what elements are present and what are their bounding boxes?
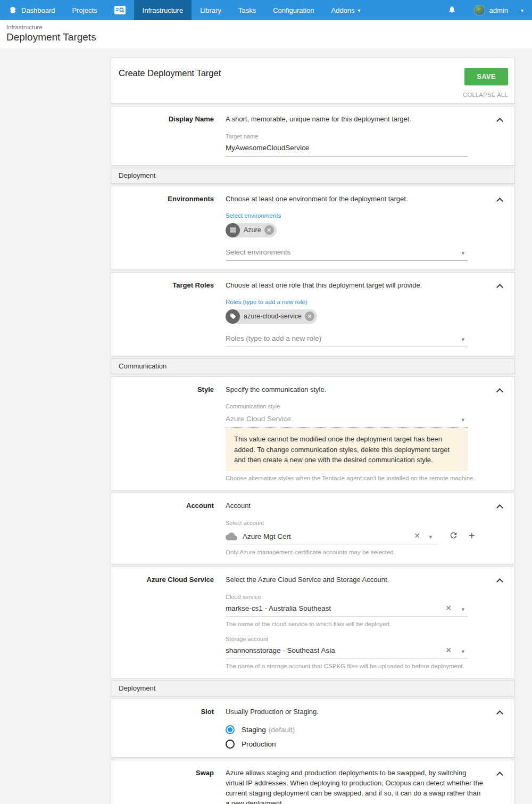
nav-configuration-label: Configuration xyxy=(273,6,314,14)
radio-unselected-icon[interactable] xyxy=(226,740,235,749)
storage-account-label: Storage account xyxy=(226,636,485,642)
environment-chip[interactable]: Azure ✕ xyxy=(226,223,277,237)
refresh-button[interactable] xyxy=(449,531,458,540)
roles-select-placeholder: Roles (type to add a new role) xyxy=(226,334,321,342)
nav-infrastructure[interactable]: Infrastructure xyxy=(134,0,192,20)
remove-chip-icon[interactable]: ✕ xyxy=(264,225,274,235)
section-target-roles: Target Roles Choose at least one role th… xyxy=(111,272,515,356)
role-tag-icon xyxy=(226,309,240,324)
account-helper-text: Only Azure management-certificate accoun… xyxy=(226,549,485,555)
section-description: Choose at least one role that this deplo… xyxy=(226,281,485,291)
cloud-service-label: Cloud service xyxy=(226,594,485,600)
save-button[interactable]: SAVE xyxy=(464,68,508,85)
nav-addons[interactable]: Addons ▾ xyxy=(322,0,369,20)
collapse-section-button[interactable] xyxy=(497,196,505,202)
page-header: Infrastructure Deployment Targets xyxy=(0,20,532,48)
section-style: Style Specify the communication style. C… xyxy=(111,376,515,490)
roles-select[interactable]: Roles (type to add a new role) ▾ xyxy=(226,331,468,347)
account-select[interactable]: Azure Mgt Cert ✕ ▾ xyxy=(226,529,438,545)
section-label: Style xyxy=(111,384,226,481)
collapse-section-button[interactable] xyxy=(497,709,505,715)
section-description: Specify the communication style. xyxy=(226,385,485,395)
nav-search-button[interactable] xyxy=(106,0,134,20)
section-account: Account Account Select account Azure Mgt… xyxy=(111,493,515,564)
communication-style-label: Communication style xyxy=(226,403,485,409)
radio-label: Staging xyxy=(242,726,266,734)
section-description: A short, memorable, unique name for this… xyxy=(226,114,485,125)
radio-option-production[interactable]: Production xyxy=(226,740,485,749)
group-header-communication: Communication xyxy=(111,358,515,374)
warning-callout: This value cannot be modified once the d… xyxy=(226,428,468,471)
caret-down-icon: ▾ xyxy=(358,7,361,13)
roles-link[interactable]: Roles (type to add a new role) xyxy=(226,299,485,305)
storage-account-helper-text: The name of a storage account that CSPKG… xyxy=(226,663,485,669)
role-chip-label: azure-cloud-service xyxy=(244,313,302,320)
notifications-button[interactable] xyxy=(438,5,466,16)
nav-library[interactable]: Library xyxy=(192,0,230,20)
collapse-section-button[interactable] xyxy=(497,770,505,776)
select-environments-link[interactable]: Select environments xyxy=(226,212,485,219)
section-label: Swap xyxy=(111,767,226,804)
communication-style-select: Azure Cloud Service ▾ xyxy=(226,412,468,428)
section-label: Azure Cloud Service xyxy=(111,574,226,669)
cloud-service-value: markse-cs1 - Australia Southeast xyxy=(226,604,331,612)
collapse-section-button[interactable] xyxy=(497,116,505,122)
cloud-icon xyxy=(226,532,237,540)
nav-projects[interactable]: Projects xyxy=(64,0,106,20)
nav-right-group: admin ▾ xyxy=(438,0,532,20)
communication-style-value: Azure Cloud Service xyxy=(226,415,291,423)
collapse-section-button[interactable] xyxy=(497,282,505,289)
remove-chip-icon[interactable]: ✕ xyxy=(305,311,314,321)
nav-configuration[interactable]: Configuration xyxy=(264,0,322,20)
section-display-name: Display Name A short, memorable, unique … xyxy=(111,106,515,166)
dropdown-caret-icon: ▾ xyxy=(461,606,464,613)
select-account-label: Select account xyxy=(226,520,485,526)
bell-icon xyxy=(448,5,456,16)
clear-icon[interactable]: ✕ xyxy=(414,531,420,540)
avatar xyxy=(474,5,485,16)
clear-icon[interactable]: ✕ xyxy=(445,604,452,612)
card-header: Create Deployment Target SAVE COLLAPSE A… xyxy=(111,57,515,104)
section-description: Usually Production or Staging. xyxy=(226,707,485,717)
section-label: Environments xyxy=(111,193,226,261)
storage-account-value: shannonsstorage - Southeast Asia xyxy=(226,646,335,654)
account-value: Azure Mgt Cert xyxy=(243,532,291,540)
storage-account-select[interactable]: shannonsstorage - Southeast Asia ✕ ▾ xyxy=(226,643,468,659)
radio-label: Production xyxy=(242,740,276,748)
target-name-input[interactable] xyxy=(226,141,468,157)
nav-dashboard[interactable]: Dashboard xyxy=(0,0,64,20)
target-name-label: Target name xyxy=(226,133,485,140)
section-description: Account xyxy=(226,501,485,511)
group-header-deployment: Deployment xyxy=(111,168,515,184)
collapse-section-button[interactable] xyxy=(497,503,505,509)
section-label: Target Roles xyxy=(111,280,226,347)
cloud-service-select[interactable]: markse-cs1 - Australia Southeast ✕ ▾ xyxy=(226,601,468,617)
environments-select[interactable]: Select environments ▾ xyxy=(226,245,468,261)
clear-icon[interactable]: ✕ xyxy=(445,646,452,654)
radio-selected-icon[interactable] xyxy=(226,725,235,734)
breadcrumb[interactable]: Infrastructure xyxy=(6,24,532,30)
role-chip[interactable]: azure-cloud-service ✕ xyxy=(226,309,317,324)
style-helper-text: Choose alternative styles when the Tenta… xyxy=(226,475,485,481)
user-menu[interactable]: admin ▾ xyxy=(466,5,532,16)
nav-library-label: Library xyxy=(200,6,221,14)
radio-suffix: (default) xyxy=(269,726,295,734)
radio-option-staging[interactable]: Staging (default) xyxy=(226,725,485,734)
collapse-section-button[interactable] xyxy=(497,387,505,393)
collapse-all-button[interactable]: COLLAPSE ALL xyxy=(119,92,508,98)
section-description: Azure allows staging and production depl… xyxy=(226,768,485,804)
section-slot: Slot Usually Production or Staging. Stag… xyxy=(111,699,515,758)
nav-dashboard-label: Dashboard xyxy=(21,6,55,14)
dropdown-caret-icon: ▾ xyxy=(461,648,464,655)
username-label: admin xyxy=(489,6,508,14)
nav-tasks-label: Tasks xyxy=(238,6,256,14)
collapse-section-button[interactable] xyxy=(497,577,505,583)
form-card: Create Deployment Target SAVE COLLAPSE A… xyxy=(111,57,515,804)
cloud-service-helper-text: The name of the cloud service to which f… xyxy=(226,621,485,627)
environment-icon xyxy=(226,223,240,237)
dropdown-caret-icon: ▾ xyxy=(461,416,464,423)
page-title: Deployment Targets xyxy=(6,31,532,43)
environment-chip-label: Azure xyxy=(244,226,261,234)
nav-tasks[interactable]: Tasks xyxy=(230,0,264,20)
add-account-button[interactable]: + xyxy=(469,530,475,541)
